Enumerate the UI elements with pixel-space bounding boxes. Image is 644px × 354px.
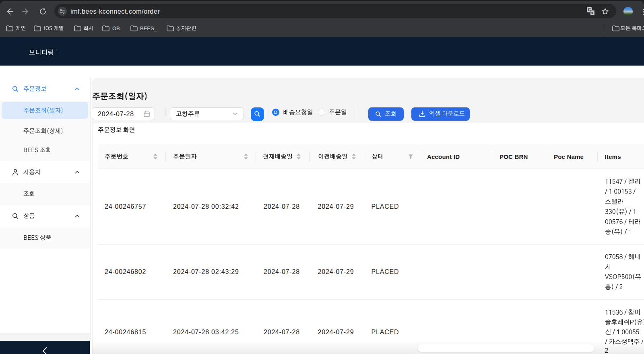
svg-text:x: x [591,11,593,15]
